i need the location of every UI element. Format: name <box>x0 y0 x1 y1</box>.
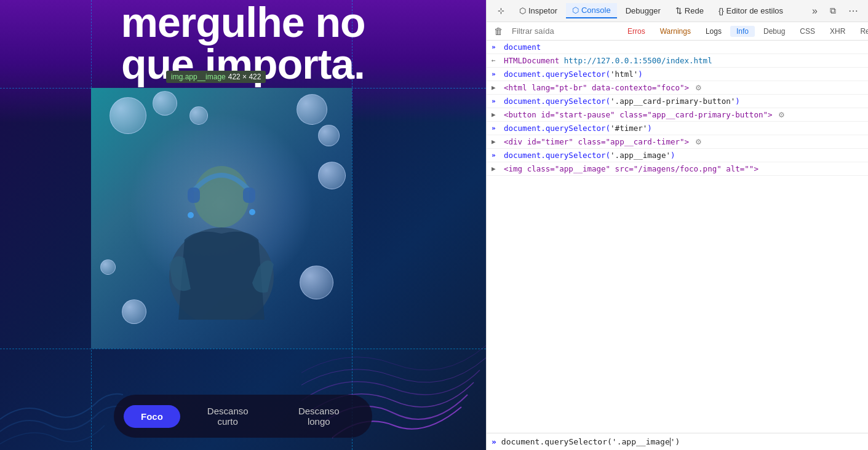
svg-rect-3 <box>243 188 255 203</box>
svg-point-5 <box>249 209 255 215</box>
console-text-3: document.querySelector('html') <box>504 69 863 79</box>
img-element: <img class="app__image" src="/imagens/fo… <box>504 164 759 173</box>
filter-tags: Erros Warnings Logs Info Debug CSS XHR R… <box>621 26 868 37</box>
console-line-9: » document.querySelector('.app__image') <box>487 149 868 162</box>
button-element: <button id="start-pause" class="app__car… <box>504 110 773 119</box>
left-panel: mergulhe no que importa. img.app__image … <box>0 0 486 450</box>
debugger-tab[interactable]: Debugger <box>619 4 667 18</box>
console-text-6: <button id="start-pause" class="app__car… <box>504 110 863 119</box>
console-line-10: ▶ <img class="app__image" src="/imagens/… <box>487 162 868 176</box>
console-line-8: ▶ <div id="timer" class="app__card-timer… <box>487 135 868 149</box>
filter-info[interactable]: Info <box>730 26 755 37</box>
console-tab[interactable]: ⬡ Console <box>566 3 617 18</box>
console-output: » document ← HTMLDocument http://127.0.0… <box>487 41 868 433</box>
element-gear-1[interactable]: ⚙ <box>694 84 703 92</box>
timer-element: <div id="timer" class="app__card-timer"> <box>504 137 689 146</box>
network-icon: ⇅ <box>675 6 682 15</box>
svg-point-4 <box>188 212 194 218</box>
console-line-6: ▶ <button id="start-pause" class="app__c… <box>487 108 868 122</box>
console-input-line: » document.querySelector('.app__image') <box>487 433 868 450</box>
network-tab[interactable]: ⇅ Rede <box>669 4 710 18</box>
svg-rect-2 <box>188 188 200 203</box>
console-text-1: document <box>504 42 863 52</box>
tooltip-tag: img.app__image <box>171 73 226 81</box>
style-editor-icon: {} <box>719 6 724 15</box>
nav-btn-foco[interactable]: Foco <box>124 405 180 428</box>
filter-bar: 🗑 Erros Warnings Logs Info Debug CSS XHR… <box>487 22 868 41</box>
element-gear-2[interactable]: ⚙ <box>777 111 786 119</box>
arrow-6: ▶ <box>492 111 496 119</box>
main-image-container <box>91 88 352 349</box>
arrow-2: ← <box>492 57 496 65</box>
more-options-button[interactable]: ⋯ <box>843 2 863 19</box>
heading-line1: mergulhe no <box>0 0 486 43</box>
console-line-3: » document.querySelector('html') <box>487 68 868 81</box>
arrow-10: ▶ <box>492 165 496 173</box>
console-text-7: document.querySelector('#timer') <box>504 124 863 133</box>
arrow-5: » <box>492 97 496 105</box>
more-tools-button[interactable]: » <box>807 3 822 19</box>
console-line-5: » document.querySelector('.app__card-pri… <box>487 95 868 108</box>
filter-warnings[interactable]: Warnings <box>654 26 697 37</box>
devtools-panel: ⊹ ⬡ Inspetor ⬡ Console Debugger ⇅ Rede {… <box>486 0 868 450</box>
arrow-3: » <box>492 70 496 78</box>
console-line-4: ▶ <html lang="pt-br" data-contexto="foco… <box>487 81 868 95</box>
console-text-4: <html lang="pt-br" data-contexto="foco">… <box>504 83 863 92</box>
filter-debug[interactable]: Debug <box>757 26 791 37</box>
element-gear-3[interactable]: ⚙ <box>694 138 703 146</box>
inspector-tab[interactable]: ⬡ Inspetor <box>513 4 563 18</box>
tooltip-dimensions: 422 × 422 <box>228 73 261 81</box>
console-text-9: document.querySelector('.app__image') <box>504 151 863 160</box>
filter-input[interactable] <box>509 25 618 37</box>
console-line-2: ← HTMLDocument http://127.0.0.1:5500/ind… <box>487 54 868 68</box>
console-line-1: » document <box>487 41 868 54</box>
html-doc-label: HTMLDocument <box>504 56 564 65</box>
console-text-8: <div id="timer" class="app__card-timer">… <box>504 137 863 146</box>
image-tooltip: img.app__image 422 × 422 <box>166 71 266 83</box>
devtools-toolbar: ⊹ ⬡ Inspetor ⬡ Console Debugger ⇅ Rede {… <box>487 0 868 22</box>
arrow-4: ▶ <box>492 84 496 92</box>
console-line-7: » document.querySelector('#timer') <box>487 122 868 135</box>
filter-errors[interactable]: Erros <box>621 26 651 37</box>
console-text-10: <img class="app__image" src="/imagens/fo… <box>504 164 863 173</box>
console-current-text: document.querySelector('.app__image') <box>501 437 863 447</box>
console-text-2: HTMLDocument http://127.0.0.1:5500/index… <box>504 56 863 65</box>
main-image-bg <box>91 88 352 349</box>
bubble-6 <box>318 162 346 189</box>
style-editor-tab[interactable]: {} Editor de estilos <box>712 4 789 18</box>
filter-css[interactable]: CSS <box>794 26 821 37</box>
pick-element-button[interactable]: ⊹ <box>492 4 511 18</box>
arrow-1: » <box>492 43 496 51</box>
filter-logs[interactable]: Logs <box>699 26 728 37</box>
html-doc-url: http://127.0.0.1:5500/index.html <box>564 56 712 65</box>
bubble-2 <box>153 91 177 116</box>
arrow-7: » <box>492 124 496 132</box>
nav-btn-descanso-curto[interactable]: Descanso curto <box>185 400 271 433</box>
console-text-5: document.querySelector('.app__card-prima… <box>504 97 863 106</box>
bubble-5 <box>318 125 340 146</box>
bottom-nav: Foco Descanso curto Descanso longo <box>114 395 372 438</box>
dock-button[interactable]: ⧉ <box>825 3 841 18</box>
filter-req[interactable]: Requisições <box>854 26 868 37</box>
person-figure <box>135 117 308 320</box>
html-element: <html lang="pt-br" data-contexto="foco"> <box>504 83 689 92</box>
console-icon: ⬡ <box>572 6 579 15</box>
nav-btn-descanso-longo[interactable]: Descanso longo <box>276 400 362 433</box>
clear-console-button[interactable]: 🗑 <box>492 25 506 38</box>
arrow-9: » <box>492 151 496 159</box>
bubble-9 <box>100 259 116 275</box>
console-prompt: » <box>492 437 496 446</box>
pick-element-icon: ⊹ <box>498 6 504 15</box>
filter-xhr[interactable]: XHR <box>824 26 851 37</box>
arrow-8: ▶ <box>492 138 496 146</box>
inspector-icon: ⬡ <box>519 6 526 15</box>
